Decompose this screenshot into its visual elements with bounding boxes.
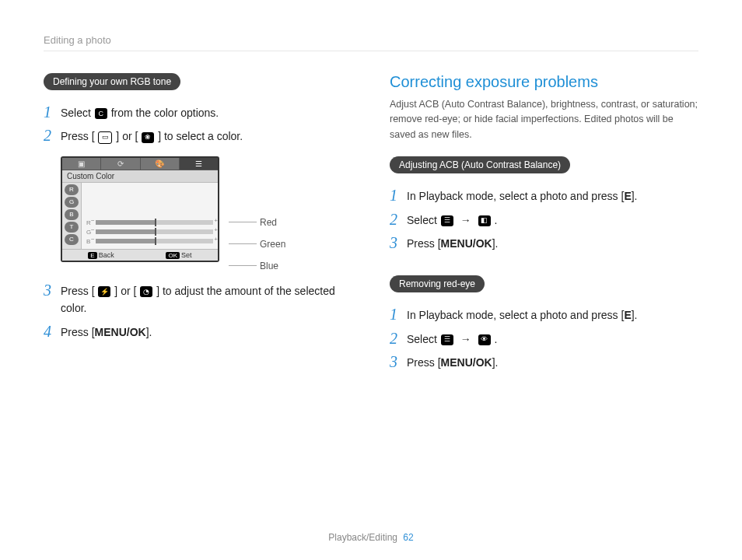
slider-g: G [86, 229, 213, 236]
page-footer: Playback/Editing 62 [0, 532, 742, 543]
topic-pill-acb: Adjusting ACB (Auto Contrast Balance) [390, 156, 570, 173]
step-text: Press [ ▭ ] or [ ❀ ] to select a color. [61, 128, 352, 145]
acb-icon: ◧ [478, 215, 491, 226]
callout-red: Red [229, 217, 285, 228]
callout-label: Red [260, 217, 277, 228]
section-header: Editing a photo [44, 34, 698, 51]
slider-r: R [86, 219, 213, 226]
preset-icon: R [65, 184, 79, 195]
steps-rgb: 1 Select C from the color options. 2 Pre… [44, 104, 352, 145]
step-text: Press [MENU/OK]. [407, 354, 698, 371]
footer-label: Playback/Editing [328, 532, 397, 543]
callout-blue: Blue [229, 261, 285, 271]
key-badge: OK [166, 252, 180, 259]
key-name: E [624, 309, 631, 321]
lcd-tab-style-icon: 🎨 [141, 158, 180, 170]
text-fragment: from the color options. [111, 107, 219, 119]
callout-label: Blue [260, 261, 278, 271]
step-text: In Playback mode, select a photo and pre… [407, 306, 698, 324]
step-number: 3 [390, 354, 407, 369]
text-fragment: In Playback mode, select a photo and pre… [407, 190, 624, 202]
text-fragment: ]. [632, 190, 638, 202]
macro-icon: ❀ [142, 132, 154, 143]
steps-redeye: 1 In Playback mode, select a photo and p… [390, 306, 698, 371]
text-fragment: Press [ [61, 285, 95, 297]
lcd-diagram: ▣ ⟳ 🎨 ☰ Custom Color R G B T C [61, 156, 352, 271]
page-number: 62 [403, 532, 413, 543]
step-3: 3 Press [ ⚡ ] or [ ◔ ] to adjust the amo… [44, 282, 352, 317]
section-heading: Correcting exposure problems [390, 73, 698, 91]
step-text: Select ☰ → 👁 . [407, 331, 698, 348]
text-fragment: . [494, 333, 497, 345]
preset-icon: B [65, 209, 79, 220]
step-2: 2 Select ☰ → ◧ . [390, 212, 698, 229]
lcd-back: EBack [62, 250, 140, 261]
text-fragment: Select [407, 333, 440, 345]
slider-bar [96, 229, 213, 234]
key-name: MENU/OK [441, 356, 492, 369]
flash-icon: ⚡ [98, 286, 110, 297]
lcd-title: Custom Color [62, 170, 218, 183]
lcd-footer: EBack OKSet [62, 249, 218, 261]
display-icon: ▭ [98, 131, 112, 144]
callout-label: Green [260, 239, 285, 250]
adjust-icon: ☰ [441, 334, 453, 345]
text-fragment: Press [ [407, 356, 441, 369]
topic-pill-redeye: Removing red-eye [390, 275, 485, 292]
key-name: E [624, 190, 631, 202]
step-4: 4 Press [MENU/OK]. [44, 324, 352, 341]
lcd-sidebar: R G B T C [62, 183, 82, 249]
key-label: Back [99, 250, 114, 261]
topic-pill-rgb: Defining your own RGB tone [44, 73, 180, 90]
arrow-icon: → [460, 214, 471, 226]
step-1: 1 Select C from the color options. [44, 104, 352, 121]
text-fragment: Press [ [61, 326, 95, 338]
step-3: 3 Press [MENU/OK]. [390, 354, 698, 371]
lcd-tabs: ▣ ⟳ 🎨 ☰ [62, 158, 218, 170]
text-fragment: ]. [492, 356, 499, 369]
step-3: 3 Press [MENU/OK]. [390, 235, 698, 252]
step-1: 1 In Playback mode, select a photo and p… [390, 306, 698, 324]
manual-page: Editing a photo Defining your own RGB to… [0, 0, 742, 560]
text-fragment: ] to select a color. [158, 130, 243, 142]
text-fragment: ] or [ [114, 285, 136, 297]
text-fragment: ] or [ [116, 130, 138, 142]
step-number: 1 [390, 187, 407, 203]
key-name: MENU/OK [95, 326, 146, 338]
step-text: Select ☰ → ◧ . [407, 212, 698, 229]
arrow-icon: → [460, 333, 471, 345]
left-column: Defining your own RGB tone 1 Select C fr… [44, 73, 352, 382]
step-2: 2 Select ☰ → 👁 . [390, 331, 698, 348]
step-number: 3 [390, 235, 407, 250]
step-number: 2 [390, 212, 407, 227]
text-fragment: . [494, 214, 497, 226]
text-fragment: ]. [492, 237, 499, 250]
step-text: Select C from the color options. [61, 104, 352, 121]
redeye-icon: 👁 [478, 334, 491, 345]
preset-icon: G [65, 197, 79, 208]
text-fragment: Press [ [61, 130, 95, 142]
text-fragment: ]. [632, 309, 638, 321]
step-number: 2 [44, 128, 61, 143]
key-name: MENU/OK [441, 237, 492, 250]
lcd-sliders: R G B [82, 183, 218, 249]
step-1: 1 In Playback mode, select a photo and p… [390, 187, 698, 205]
right-column: Correcting exposure problems Adjust ACB … [390, 73, 698, 382]
step-number: 2 [390, 331, 407, 346]
step-text: In Playback mode, select a photo and pre… [407, 187, 698, 205]
timer-icon: ◔ [140, 286, 152, 297]
callouts: Red Green Blue [229, 156, 285, 271]
adjust-icon: ☰ [441, 215, 453, 226]
lcd-body: R G B T C R [62, 183, 218, 249]
content-columns: Defining your own RGB tone 1 Select C fr… [44, 73, 698, 382]
text-fragment: Select [61, 107, 94, 119]
callout-green: Green [229, 239, 285, 250]
text-fragment: In Playback mode, select a photo and pre… [407, 309, 624, 321]
step-number: 1 [44, 104, 61, 120]
section-lead: Adjust ACB (Auto Contrast Balance), brig… [390, 97, 698, 142]
step-text: Press [ ⚡ ] or [ ◔ ] to adjust the amoun… [61, 282, 352, 317]
text-fragment: Select [407, 214, 440, 226]
steps-rgb-cont: 3 Press [ ⚡ ] or [ ◔ ] to adjust the amo… [44, 282, 352, 341]
steps-acb: 1 In Playback mode, select a photo and p… [390, 187, 698, 252]
custom-color-icon: C [95, 108, 107, 119]
